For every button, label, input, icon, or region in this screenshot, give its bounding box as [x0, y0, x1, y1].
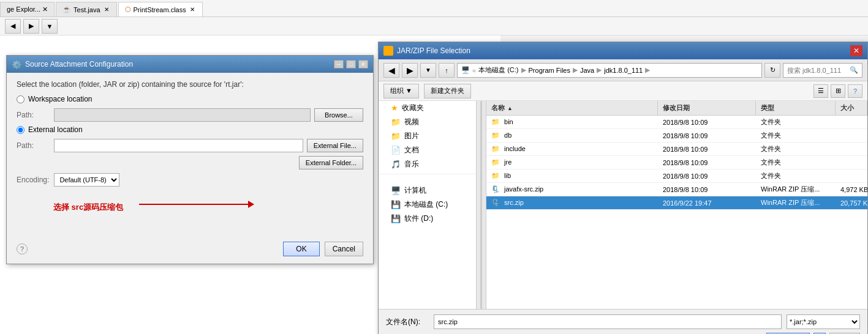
- view-list-button[interactable]: ☰: [813, 84, 828, 98]
- external-folder-button[interactable]: External Folder...: [299, 156, 363, 169]
- file-row[interactable]: 🗜️ src.zip 2016/9/22 19:47 WinRAR ZIP 压缩…: [486, 196, 867, 210]
- col-header-size[interactable]: 大小: [836, 101, 867, 115]
- minimize-button[interactable]: ─: [334, 60, 344, 69]
- left-item-label: 本地磁盘 (C:): [404, 199, 448, 210]
- maximize-button[interactable]: □: [346, 60, 356, 69]
- col-header-name[interactable]: 名称 ▲: [486, 101, 658, 115]
- breadcrumb-part-0[interactable]: 本地磁盘 (C:): [478, 65, 518, 75]
- file-row[interactable]: 📁 lib 2018/9/8 10:09 文件夹: [486, 169, 867, 183]
- annotation-text: 选择 src源码压缩包: [53, 202, 123, 213]
- file-name-label: src.zip: [504, 199, 524, 206]
- favorites-header: ★ 收藏夹: [379, 101, 476, 115]
- jar-close-button[interactable]: ✕: [850, 45, 862, 56]
- tab-close-test[interactable]: ✕: [103, 6, 110, 13]
- encoding-row: Encoding: Default (UTF-8): [17, 173, 363, 187]
- filename-label: 文件名(N):: [386, 317, 429, 327]
- workspace-radio-label: Workspace location: [28, 95, 92, 103]
- external-path-label: Path:: [17, 141, 50, 150]
- left-item-pictures[interactable]: 📁 图片: [379, 129, 476, 143]
- file-date-cell: 2018/9/8 10:09: [658, 146, 756, 153]
- file-date-cell: 2018/9/8 10:09: [658, 119, 756, 126]
- breadcrumb-sep: «: [472, 67, 476, 74]
- file-row[interactable]: 📁 bin 2018/9/8 10:09 文件夹: [486, 116, 867, 129]
- view-controls: ☰ ⊞ ?: [813, 84, 862, 98]
- nav-back-button[interactable]: ◀: [383, 63, 399, 78]
- drive-c-icon: 💾: [391, 200, 401, 209]
- folder-icon: 📁: [391, 132, 401, 141]
- view-detail-button[interactable]: ⊞: [831, 84, 845, 98]
- breadcrumb-part-1[interactable]: Program Files: [529, 67, 570, 74]
- breadcrumb-sep: ▶: [573, 66, 578, 74]
- workspace-radio[interactable]: [17, 95, 25, 103]
- workspace-browse-button[interactable]: Browse...: [314, 108, 363, 122]
- left-item-music[interactable]: 🎵 音乐: [379, 157, 476, 171]
- file-row[interactable]: 🗜️ javafx-src.zip 2018/9/8 10:09 WinRAR …: [486, 183, 867, 196]
- drive-d-icon: 💾: [391, 214, 401, 223]
- jar-left-panel: ★ 收藏夹 📁 视频 📁 图片 📄 文档 🎵 音乐: [379, 101, 477, 309]
- file-name-cell: 📁 lib: [486, 172, 658, 180]
- tab-test-java[interactable]: ☕ Test.java ✕: [56, 2, 116, 17]
- col-header-modified[interactable]: 修改日期: [658, 101, 756, 115]
- help-icon[interactable]: ?: [17, 243, 28, 254]
- titlebar-buttons: ─ □ ✕: [334, 60, 368, 69]
- breadcrumb-icon: 🖥️: [461, 66, 470, 74]
- search-input[interactable]: [787, 67, 848, 74]
- tab-label: PrintStream.class: [134, 6, 186, 13]
- file-size-cell: 20,757 KB: [836, 199, 867, 207]
- tab-package-explorer[interactable]: ge Explor... ✕: [0, 2, 55, 17]
- close-button[interactable]: ✕: [358, 60, 368, 69]
- class-icon: ⬡: [125, 6, 131, 13]
- file-name-cell: 📁 include: [486, 145, 658, 153]
- col-header-type[interactable]: 类型: [756, 101, 836, 115]
- external-file-button[interactable]: External File...: [307, 139, 363, 152]
- external-radio-label: External location: [28, 125, 83, 134]
- help-button-jar[interactable]: ?: [848, 84, 862, 98]
- dropdown-button[interactable]: ▼: [42, 19, 58, 34]
- left-item-c-drive[interactable]: 💾 本地磁盘 (C:): [379, 198, 476, 212]
- file-name-label: javafx-src.zip: [504, 185, 543, 193]
- filetype-select[interactable]: *.jar;*.zip: [787, 314, 860, 329]
- external-path-input[interactable]: [54, 139, 303, 152]
- file-row[interactable]: 📁 db 2018/9/8 10:09 文件夹: [486, 129, 867, 143]
- file-row[interactable]: 📁 jre 2018/9/8 10:09 文件夹: [486, 156, 867, 169]
- forward-button[interactable]: ▶: [23, 19, 39, 34]
- new-folder-button[interactable]: 新建文件夹: [424, 84, 471, 98]
- file-date-cell: 2018/9/8 10:09: [658, 186, 756, 193]
- external-radio[interactable]: [17, 126, 25, 134]
- file-name-cell: 📁 db: [486, 132, 658, 139]
- jar-nav-bar: ◀ ▶ ▼ ↑ 🖥️ « 本地磁盘 (C:) ▶ Program Files ▶…: [379, 59, 867, 81]
- tab-label: Test.java: [74, 6, 100, 13]
- search-box: 🔍: [783, 63, 862, 78]
- cancel-button[interactable]: Cancel: [325, 242, 363, 256]
- encoding-select[interactable]: Default (UTF-8): [54, 173, 119, 187]
- file-name-cell: 📁 jre: [486, 158, 658, 166]
- ok-button[interactable]: OK: [283, 242, 319, 256]
- left-item-d-drive[interactable]: 💾 软件 (D:): [379, 212, 476, 226]
- nav-forward-button[interactable]: ▶: [402, 63, 418, 78]
- left-item-video[interactable]: 📁 视频: [379, 115, 476, 129]
- file-icon: 📁: [491, 158, 500, 166]
- tab-printstream-class[interactable]: ⬡ PrintStream.class ✕: [118, 2, 203, 17]
- breadcrumb-part-3[interactable]: jdk1.8.0_111: [604, 67, 643, 74]
- folder-icon: 🎵: [391, 160, 401, 169]
- nav-refresh-button[interactable]: ↻: [764, 63, 780, 78]
- file-name-cell: 📁 bin: [486, 118, 658, 126]
- file-list-header: 名称 ▲ 修改日期 类型 大小: [486, 101, 867, 116]
- file-row[interactable]: 📁 include 2018/9/8 10:09 文件夹: [486, 143, 867, 156]
- file-icon: 📁: [491, 132, 500, 139]
- tab-close-printstream[interactable]: ✕: [189, 6, 196, 13]
- left-item-docs[interactable]: 📄 文档: [379, 143, 476, 157]
- back-button[interactable]: ◀: [5, 19, 21, 34]
- nav-up-button[interactable]: ↑: [439, 63, 455, 78]
- nav-down-button[interactable]: ▼: [420, 63, 436, 78]
- file-name-label: include: [504, 145, 526, 152]
- organize-button[interactable]: 组织 ▼: [383, 84, 419, 98]
- breadcrumb-part-2[interactable]: Java: [580, 67, 594, 74]
- search-icon: 🔍: [850, 66, 858, 74]
- file-name-label: db: [504, 132, 511, 139]
- filename-row: 文件名(N): *.jar;*.zip: [386, 314, 860, 329]
- file-name-label: bin: [504, 118, 513, 125]
- source-dialog-body: Select the location (folder, JAR or zip)…: [7, 73, 373, 237]
- file-date-cell: 2018/9/8 10:09: [658, 173, 756, 180]
- filename-input[interactable]: [434, 314, 782, 329]
